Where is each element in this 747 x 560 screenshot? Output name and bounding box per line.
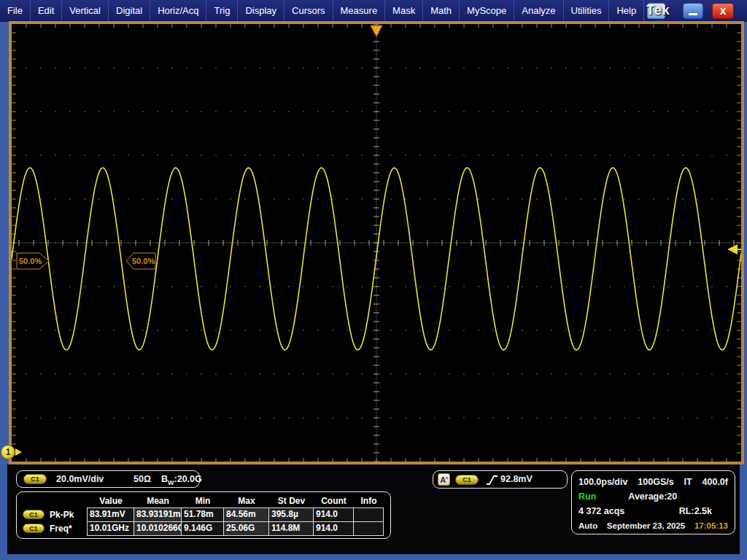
record-length: RL:2.5k (679, 506, 712, 516)
trigger-position-marker[interactable] (371, 26, 382, 36)
close-button[interactable]: X (712, 3, 734, 19)
clock-time: 17:05:13 (694, 521, 728, 530)
rising-edge-icon (486, 474, 498, 486)
horizontal-acquisition-readout[interactable]: 100.0ps/div 100GS/s IT 400.0f Run Averag… (571, 470, 735, 534)
measurement-row-label: C1Pk-Pk (18, 508, 88, 521)
menu-item-utilities[interactable]: Utilities (564, 0, 610, 22)
sample-rate: 100GS/s (638, 477, 673, 487)
ref-level-marker-left[interactable]: 50.0% (17, 253, 49, 269)
measurement-header: Value (88, 494, 134, 508)
measurement-cell: 914.0 (313, 508, 354, 522)
svg-text:50.0%: 50.0% (19, 257, 42, 265)
trigger-level-marker[interactable] (727, 244, 741, 254)
measurement-header: Info (354, 494, 384, 508)
measurement-cell: 10.01GHz (87, 521, 134, 536)
menu-item-display[interactable]: Display (238, 0, 285, 22)
menu-items: FileEditVerticalDigitalHoriz/AcqTrigDisp… (0, 0, 644, 22)
menu-item-cursors[interactable]: Cursors (285, 0, 333, 22)
measurement-cell: 83.93191m (133, 508, 182, 522)
menu-item-vertical[interactable]: Vertical (62, 0, 109, 22)
average-count: Average:20 (628, 491, 677, 502)
menu-item-myscope[interactable]: MyScope (460, 0, 514, 22)
measurement-cell: 914.0 (313, 521, 354, 536)
measurement-header: Min (182, 494, 224, 508)
minimize-icon (689, 13, 697, 15)
waveform-display: 50.0%50.0% (9, 21, 744, 464)
measurement-cell: 9.146G (181, 521, 224, 536)
channel-badge: C1 (23, 524, 44, 533)
graticule: 50.0%50.0% (12, 24, 741, 462)
vertical-scale: 20.0mV/div (56, 474, 104, 484)
measurement-name: Freq* (50, 524, 72, 534)
measurement-name: Pk-Pk (50, 510, 74, 520)
measurement-cell: 395.8µ (268, 508, 314, 522)
measurement-header: Max (224, 494, 269, 508)
menu-item-help[interactable]: Help (609, 0, 644, 22)
trigger-level: 92.8mV (500, 474, 533, 484)
measurement-header: Mean (134, 494, 182, 508)
menu-bar: FileEditVerticalDigitalHoriz/AcqTrigDisp… (0, 0, 747, 22)
measurement-cell (353, 521, 384, 536)
trigger-mode: Auto (578, 521, 597, 530)
trigger-channel-badge: C1 (455, 475, 479, 485)
menu-item-file[interactable]: File (0, 0, 31, 22)
menu-item-measure[interactable]: Measure (333, 0, 386, 22)
measurement-cell: 114.8M (268, 521, 314, 536)
measurement-header: Count (314, 494, 354, 508)
run-state: Run (578, 491, 596, 502)
measurement-cell: 10.010266G (133, 521, 182, 536)
menu-item-horiz-acq[interactable]: Horiz/Acq (150, 0, 206, 22)
resolution: 400.0f (703, 477, 728, 487)
channel-badge: C1 (23, 474, 47, 484)
menu-item-digital[interactable]: Digital (109, 0, 150, 22)
minimize-button[interactable] (683, 3, 703, 19)
measurement-cell: 51.78m (181, 508, 224, 522)
sampling-mode: IT (684, 477, 692, 487)
timebase: 100.0ps/div (578, 477, 627, 487)
measurement-cell: 25.06G (223, 521, 269, 536)
menu-item-math[interactable]: Math (423, 0, 460, 22)
tek-logo: Tek (646, 3, 670, 18)
bandwidth: BW:20.0G (161, 474, 202, 486)
measurement-row-label: C1Freq* (18, 521, 88, 535)
measurement-cell: 83.91mV (87, 508, 134, 522)
trigger-readout[interactable]: A' C1 92.8mV (433, 470, 568, 489)
svg-text:50.0%: 50.0% (132, 257, 155, 265)
ref-level-marker-right[interactable]: 50.0% (126, 253, 155, 269)
measurement-table[interactable]: ValueMeanMinMaxSt DevCountInfoC1Pk-Pk83.… (16, 491, 391, 539)
channel1-arrow-icon (15, 448, 22, 456)
measurement-header: St Dev (269, 494, 314, 508)
menu-item-analyze[interactable]: Analyze (514, 0, 563, 22)
channel1-ground-marker[interactable]: 1 (1, 445, 24, 461)
menu-item-mask[interactable]: Mask (385, 0, 423, 22)
measurement-cell: 84.56m (223, 508, 269, 522)
graticule-center-lines (12, 24, 741, 462)
channel-badge: C1 (23, 510, 44, 519)
measurement-cell (353, 508, 384, 522)
termination: 50Ω (133, 474, 151, 484)
readout-panel: C1 20.0mV/div 50Ω BW:20.0G A' C1 92.8mV … (7, 464, 740, 554)
channel1-badge: 1 (1, 445, 15, 459)
trigger-source-badge: A' (438, 473, 450, 486)
date: September 23, 2025 (607, 521, 685, 530)
measurement-grid: ValueMeanMinMaxSt DevCountInfoC1Pk-Pk83.… (18, 494, 390, 535)
menu-item-trig[interactable]: Trig (206, 0, 238, 22)
menu-item-edit[interactable]: Edit (31, 0, 62, 22)
acquisition-count: 4 372 acqs (578, 506, 624, 516)
channel-readout[interactable]: C1 20.0mV/div 50Ω BW:20.0G (16, 470, 200, 488)
